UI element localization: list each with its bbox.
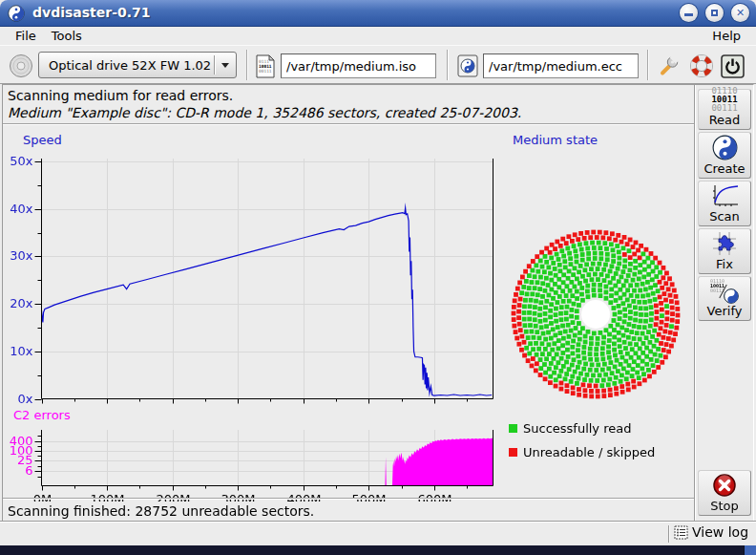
- scan-button[interactable]: Scan: [698, 181, 751, 226]
- status-line-2: Medium "Example disc": CD-R mode 1, 3524…: [8, 105, 521, 120]
- scan-result-status: Scanning finished: 28752 unreadable sect…: [8, 503, 314, 519]
- sidebar-separator: [694, 85, 696, 521]
- create-button-label: Create: [704, 161, 745, 176]
- verify-button[interactable]: 011101001100111 Verify: [698, 276, 751, 321]
- drive-selector-value: Optical drive 52X FW 1.02: [39, 58, 214, 73]
- title-bar[interactable]: dvdisaster-0.71 ✕: [0, 0, 756, 27]
- menu-file[interactable]: File: [8, 28, 44, 44]
- svg-text:00111: 00111: [259, 69, 272, 74]
- status-bar: View log: [0, 522, 756, 545]
- legend-swatch-green: [509, 424, 517, 433]
- image-file-input[interactable]: [281, 53, 436, 78]
- legend-swatch-red: [509, 448, 517, 457]
- create-button[interactable]: Create: [698, 132, 751, 179]
- iso-image-icon: 0111 10011 00111: [255, 53, 276, 79]
- medium-state-disc-canvas: [500, 218, 691, 409]
- fix-button[interactable]: Fix: [698, 228, 751, 274]
- read-button[interactable]: 011101001100111 Read: [698, 89, 751, 130]
- power-icon: [721, 54, 745, 78]
- minimize-icon: [684, 13, 693, 16]
- ecc-file-icon: [456, 53, 479, 79]
- digits-yinyang-icon: 011101001100111: [699, 277, 750, 304]
- stop-icon: [699, 471, 750, 499]
- legend-item-read: Successfully read: [509, 421, 631, 436]
- horizontal-separator: [3, 123, 694, 125]
- menu-tools[interactable]: Tools: [44, 28, 90, 44]
- log-list-icon: [674, 525, 688, 540]
- drive-select-button[interactable]: [8, 53, 34, 79]
- toolbar-separator: [647, 50, 649, 80]
- scan-button-label: Scan: [709, 209, 740, 224]
- maximize-icon: [711, 10, 718, 16]
- legend-item-unreadable: Unreadable / skipped: [509, 445, 655, 459]
- minimize-button[interactable]: [680, 4, 698, 22]
- stop-button[interactable]: Stop: [698, 470, 751, 516]
- chevron-down-icon: [215, 63, 236, 68]
- window-bottom-edge: [0, 545, 756, 555]
- puzzle-piece-icon: [699, 229, 750, 257]
- close-icon: ✕: [736, 8, 745, 18]
- speed-and-c2-chart-canvas: [0, 127, 506, 502]
- resize-grip[interactable]: [744, 545, 756, 555]
- wrench-icon: [657, 54, 680, 77]
- view-log-label: View log: [692, 524, 748, 540]
- help-button[interactable]: [688, 53, 715, 79]
- legend-label-read: Successfully read: [523, 421, 631, 436]
- yin-yang-icon: [699, 133, 750, 161]
- binary-digits-icon: 011101001100111: [699, 87, 750, 113]
- statusbar-separator: [668, 525, 670, 543]
- maximize-button[interactable]: [705, 4, 724, 22]
- preferences-button[interactable]: [656, 53, 681, 78]
- close-button[interactable]: ✕: [731, 4, 749, 22]
- toolbar-separator: [447, 50, 449, 80]
- verify-button-label: Verify: [707, 304, 743, 318]
- optical-disc-icon: [9, 53, 33, 78]
- fix-button-label: Fix: [716, 257, 733, 271]
- menu-bar: File Tools Help: [0, 27, 756, 45]
- drive-selector[interactable]: Optical drive 52X FW 1.02: [38, 52, 237, 78]
- stop-button-label: Stop: [710, 499, 739, 513]
- medium-state-title: Medium state: [513, 133, 598, 147]
- quit-button[interactable]: [720, 53, 745, 78]
- app-yinyang-icon: [8, 5, 25, 22]
- toolbar: Optical drive 52X FW 1.02 0111 10011 001…: [0, 45, 756, 84]
- view-log-button[interactable]: View log: [674, 524, 748, 540]
- dvdisaster-window: dvdisaster-0.71 ✕ File Tools Help Optica…: [0, 0, 756, 555]
- ecc-file-input[interactable]: [483, 53, 639, 78]
- lifesaver-icon: [689, 53, 714, 78]
- legend-label-unreadable: Unreadable / skipped: [523, 445, 655, 459]
- horizontal-separator: [3, 498, 694, 500]
- window-title: dvdisaster-0.71: [32, 5, 151, 20]
- status-line-1: Scanning medium for read errors.: [8, 88, 233, 103]
- toolbar-separator: [246, 50, 248, 80]
- menu-help[interactable]: Help: [704, 28, 748, 44]
- read-button-label: Read: [709, 113, 741, 127]
- speed-curve-icon: [699, 181, 750, 209]
